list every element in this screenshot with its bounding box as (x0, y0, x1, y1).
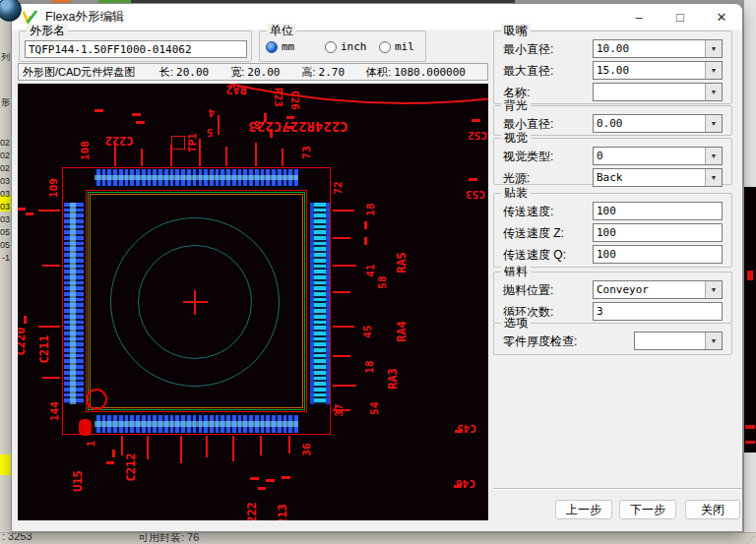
dropdown-arrow-icon[interactable]: ▼ (705, 281, 722, 298)
field-input[interactable]: 100 (593, 202, 723, 220)
wizard-button-3[interactable]: 关闭 (685, 500, 740, 519)
silkscreen-label: 222 (245, 502, 259, 520)
field-label: 最小直径: (503, 41, 553, 58)
testpoint-square (171, 136, 185, 150)
pin1-pad-marker (79, 419, 92, 436)
pad-row-bottom (94, 415, 298, 433)
field-label: 传送速度 Q: (503, 247, 566, 264)
dropdown-arrow-icon[interactable]: ▼ (705, 84, 722, 100)
silkscreen-label: R23 (272, 88, 284, 107)
silkscreen-mark (282, 149, 284, 166)
field-combobox[interactable]: 0.00▼ (593, 114, 723, 133)
center-cross-icon (194, 290, 196, 315)
silkscreen-mark (232, 436, 234, 461)
silkscreen-label: RA3 (386, 368, 400, 390)
dropdown-arrow-icon[interactable]: ▼ (705, 62, 722, 79)
field-combobox[interactable]: 0▼ (593, 147, 723, 165)
field-row: 零件厚度检查:▼ (494, 332, 731, 351)
wizard-button-1[interactable]: 上一步 (555, 500, 612, 519)
dropdown-arrow-icon[interactable]: ▼ (705, 169, 722, 186)
silkscreen-label: 5 (207, 126, 214, 139)
silkscreen-mark (199, 139, 201, 166)
unit-group-title: 单位 (267, 24, 296, 37)
group-title: 贴装 (501, 186, 531, 200)
wizard-button-2[interactable]: 下一步 (619, 500, 676, 519)
silkscreen-mark (333, 326, 354, 328)
field-value: 100 (597, 205, 616, 217)
silkscreen-mark (266, 479, 275, 482)
field-combobox[interactable]: 15.00▼ (593, 61, 723, 80)
field-input[interactable]: 100 (593, 245, 723, 264)
silkscreen-label: 8 (254, 118, 261, 131)
field-value: 10.00 (597, 42, 629, 55)
radio-icon (379, 41, 391, 53)
dropdown-arrow-icon[interactable]: ▼ (705, 148, 722, 164)
flexa-shape-edit-dialog: Flexa外形编辑 – □ ✕ 外形名 TQFP144-1.50FF1000-0… (11, 3, 743, 532)
unit-radio-mm[interactable]: mm (266, 40, 294, 53)
group-title: 选项 (501, 316, 531, 330)
unit-radio-mil[interactable]: mil (379, 40, 414, 53)
silkscreen-mark (38, 210, 60, 212)
status-count: : 3253 (2, 532, 32, 542)
dropdown-arrow-icon[interactable]: ▼ (705, 332, 722, 349)
background-right-strip (743, 0, 756, 544)
group-贴装: 贴装传送速度:100传送速度 Z:100传送速度 Q:100 (493, 193, 732, 268)
title-bar[interactable]: Flexa外形编辑 – □ ✕ (12, 4, 742, 30)
pad-column-right (310, 203, 330, 404)
silkscreen-mark (333, 265, 356, 267)
field-input[interactable]: 100 (593, 223, 723, 242)
shape-name-input[interactable]: TQFP144-1.50FF1000-014062 (25, 40, 247, 58)
pcb-canvas[interactable]: C224R227C223RA2R23C26C222TP1458108731097… (18, 84, 488, 520)
dropdown-arrow-icon[interactable]: ▼ (705, 40, 722, 57)
shape-name-group: 外形名 TQFP144-1.50FF1000-014062 (19, 30, 252, 62)
silkscreen-mark (106, 461, 114, 464)
field-row: 抛料位置:Conveyor▼ (494, 280, 731, 300)
silkscreen-mark (170, 145, 172, 166)
resize-grip[interactable]: ⋰ (746, 535, 754, 544)
field-value: 0.00 (597, 117, 623, 130)
background-highlight-row (0, 454, 11, 475)
field-combobox[interactable]: ▼ (593, 83, 723, 101)
close-button[interactable]: ✕ (701, 4, 742, 30)
background-list-item: 03 (0, 189, 10, 199)
field-combobox[interactable]: ▼ (634, 332, 723, 350)
background-pcb-sliver (744, 187, 756, 453)
silkscreen-label: TP1 (186, 133, 199, 152)
silkscreen-mark (112, 450, 115, 457)
silkscreen-label: 18 (363, 360, 376, 373)
field-input[interactable]: 3 (593, 302, 723, 321)
button-separator (493, 488, 742, 490)
silkscreen-label: C220 (18, 328, 28, 356)
unit-radio-inch[interactable]: inch (325, 40, 367, 53)
field-label: 视觉类型: (503, 149, 553, 165)
silkscreen-label: RA4 (395, 321, 409, 342)
maximize-button[interactable]: □ (660, 4, 701, 30)
pad-column-left (64, 203, 84, 404)
field-value: 3 (597, 305, 603, 318)
silkscreen-mark (255, 143, 257, 166)
view-label: 外形图/CAD元件焊盘图 (23, 65, 159, 80)
silkscreen-label: 4 (209, 106, 216, 119)
silkscreen-mark (472, 119, 480, 122)
volume-field: 体积: 1080.000000 (366, 65, 466, 80)
background-list-item: 03 (0, 202, 10, 212)
field-combobox[interactable]: 10.00▼ (593, 39, 723, 58)
silkscreen-mark (250, 477, 259, 480)
unit-group: 单位 mminchmil (259, 30, 426, 62)
group-title: 吸嘴 (501, 24, 531, 37)
silkscreen-mark (333, 237, 350, 239)
dropdown-arrow-icon[interactable]: ▼ (705, 115, 722, 132)
silkscreen-mark (225, 147, 227, 166)
minimize-button[interactable]: – (618, 4, 660, 30)
silkscreen-mark (333, 291, 350, 293)
silkscreen-label: 1 (85, 441, 97, 448)
silkscreen-mark (282, 476, 290, 479)
field-combobox[interactable]: Back▼ (593, 168, 723, 187)
field-label: 零件厚度检查: (503, 333, 577, 350)
silkscreen-mark (333, 385, 356, 387)
silkscreen-mark (136, 121, 145, 124)
status-available-packages: 可用封装: 76 (138, 532, 199, 544)
radio-icon (325, 41, 337, 53)
silkscreen-mark (132, 113, 141, 116)
field-combobox[interactable]: Conveyor▼ (593, 280, 723, 299)
